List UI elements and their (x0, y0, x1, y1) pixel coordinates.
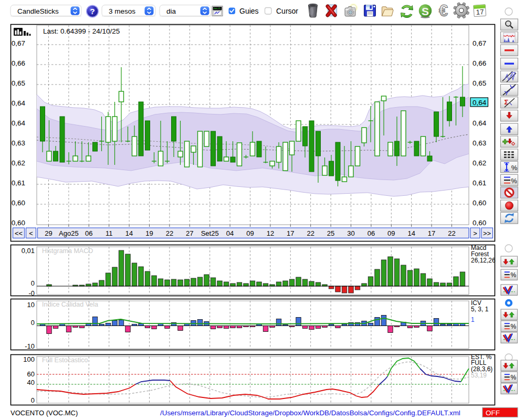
svg-text:14: 14 (407, 229, 415, 237)
svg-text:0,01: 0,01 (22, 247, 35, 255)
svg-text:0,67: 0,67 (12, 39, 25, 47)
svg-text:0,60: 0,60 (12, 199, 25, 207)
svg-text:17: 17 (476, 8, 484, 16)
svg-text:0,64: 0,64 (12, 119, 26, 127)
svg-text:Full Estocastico: Full Estocastico (42, 356, 88, 364)
svg-text:100: 100 (23, 355, 35, 363)
svg-text:17: 17 (428, 229, 435, 237)
svg-text:27: 27 (186, 229, 193, 237)
svg-text:5, 3, 1: 5, 3, 1 (471, 306, 489, 313)
svg-text:0,65: 0,65 (472, 79, 486, 87)
svg-text:10: 10 (27, 301, 35, 309)
svg-text:Set25: Set25 (201, 229, 219, 237)
svg-text:0,62: 0,62 (472, 159, 486, 167)
svg-text:14: 14 (125, 229, 133, 237)
svg-text:0,62: 0,62 (12, 159, 25, 167)
svg-text:0,66: 0,66 (12, 59, 25, 67)
svg-text:/Users/mserra/Library/CloudSto: /Users/mserra/Library/CloudStorage/Dropb… (160, 409, 460, 417)
svg-text:dia: dia (166, 7, 176, 15)
svg-text:Guies: Guies (239, 7, 259, 15)
svg-text:0: 0 (31, 319, 35, 327)
svg-text:S: S (422, 5, 429, 17)
svg-text:0,63: 0,63 (12, 139, 25, 147)
svg-text:0,61: 0,61 (12, 179, 25, 187)
svg-text:0,65: 0,65 (12, 79, 25, 87)
svg-text:Last: 0.64399 - 24/10/25: Last: 0.64399 - 24/10/25 (43, 27, 120, 35)
svg-text:0,64: 0,64 (472, 119, 487, 127)
svg-text:<: < (29, 229, 33, 237)
svg-text:?: ? (90, 7, 94, 16)
svg-text:53,19: 53,19 (471, 372, 487, 379)
svg-text:12: 12 (267, 229, 274, 237)
svg-text:06: 06 (85, 229, 92, 237)
svg-text:22: 22 (166, 229, 173, 237)
svg-text:Ago25: Ago25 (59, 229, 79, 237)
svg-text:19: 19 (145, 229, 153, 237)
svg-text:%: % (510, 271, 516, 279)
svg-text:04: 04 (226, 229, 234, 237)
svg-text:60: 60 (27, 370, 35, 378)
svg-text:€: € (439, 2, 448, 20)
svg-text:0,63: 0,63 (472, 139, 486, 147)
svg-text:26,12,26: 26,12,26 (471, 257, 496, 264)
svg-text:22: 22 (307, 229, 314, 237)
svg-text:06: 06 (368, 229, 375, 237)
svg-text:-0: -0 (28, 289, 35, 297)
svg-text:0,60: 0,60 (472, 199, 486, 207)
svg-text:Cursor: Cursor (276, 7, 298, 15)
svg-text:CandleSticks: CandleSticks (17, 7, 59, 15)
svg-text:09: 09 (387, 229, 395, 237)
svg-text:22: 22 (448, 229, 455, 237)
svg-text:0,67: 0,67 (472, 39, 486, 47)
svg-text:%: % (510, 374, 516, 381)
svg-text:%: % (511, 177, 517, 185)
svg-text:0,66: 0,66 (472, 59, 486, 67)
svg-text:11: 11 (106, 229, 113, 237)
svg-text:17: 17 (287, 229, 294, 237)
svg-text:VOCENTO (VOC.MC): VOCENTO (VOC.MC) (10, 409, 78, 417)
svg-text:>>: >> (483, 229, 491, 237)
svg-text:3 mesos: 3 mesos (109, 7, 135, 15)
svg-text:0,64: 0,64 (472, 99, 487, 107)
svg-text:30: 30 (347, 229, 354, 237)
svg-text:Histgrama MACD: Histgrama MACD (42, 247, 93, 255)
svg-text:Σ: Σ (505, 98, 509, 106)
svg-text:25: 25 (327, 229, 334, 237)
svg-text:%: % (510, 323, 516, 330)
svg-text:0,60: 0,60 (472, 219, 486, 227)
svg-text:40: 40 (27, 379, 35, 386)
svg-text:09: 09 (246, 229, 254, 237)
svg-text:%: % (511, 164, 518, 172)
svg-text:Indice Calidad Vela: Indice Calidad Vela (42, 301, 98, 308)
svg-text:-10: -10 (25, 342, 35, 350)
svg-text:29: 29 (45, 229, 52, 237)
svg-text:0: 0 (31, 279, 35, 287)
svg-text:1: 1 (471, 316, 475, 323)
svg-text:0,61: 0,61 (472, 179, 486, 187)
svg-text:0,64: 0,64 (12, 99, 26, 107)
svg-text:OFF: OFF (486, 409, 500, 417)
svg-text:<<: << (15, 229, 23, 237)
svg-text:0,60: 0,60 (12, 219, 25, 227)
svg-text:0: 0 (31, 396, 35, 404)
svg-text:>: > (473, 229, 477, 237)
